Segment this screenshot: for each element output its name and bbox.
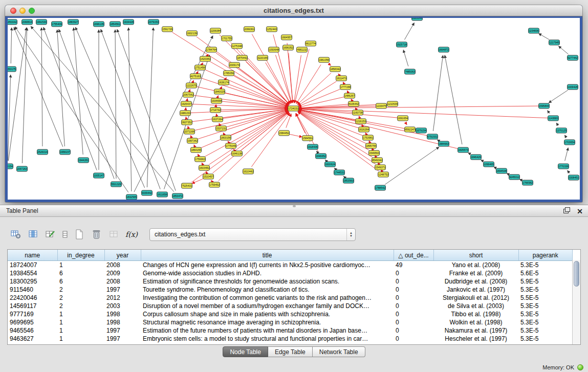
graph-node[interactable]: 8549342 <box>372 158 383 163</box>
graph-node[interactable]: 1986153 <box>180 111 191 116</box>
graph-node[interactable]: 2751456 <box>195 65 206 70</box>
graph-node[interactable]: 2068814 <box>22 19 33 25</box>
graph-node[interactable]: 1370125 <box>556 128 567 133</box>
tab-node-table[interactable]: Node Table <box>223 346 268 357</box>
graph-node[interactable]: 1549371 <box>375 165 386 170</box>
graph-node[interactable]: 3220165 <box>257 55 268 60</box>
graph-node[interactable]: 1766582 <box>522 180 533 185</box>
table-row[interactable]: 977716911998Corpus callosum shape and si… <box>8 310 573 318</box>
graph-node[interactable]: 1701755 <box>222 36 232 41</box>
float-panel-icon[interactable] <box>563 207 571 216</box>
graph-node[interactable]: 1610442 <box>243 169 254 174</box>
tab-edge-table[interactable]: Edge Table <box>268 346 313 357</box>
graph-node[interactable]: 1785056 <box>224 71 234 76</box>
graph-node[interactable]: 9245012 <box>509 174 520 180</box>
graph-node[interactable]: 1840029 <box>214 89 225 94</box>
row-options-button[interactable] <box>60 227 70 242</box>
graph-node[interactable]: 1691654 <box>398 116 408 121</box>
graph-node[interactable]: 1759963 <box>195 157 206 162</box>
import-table-button[interactable] <box>106 227 122 242</box>
graph-node[interactable]: 1154836 <box>529 28 539 33</box>
graph-node[interactable]: 1602139 <box>187 31 198 36</box>
graph-node[interactable]: 1222675 <box>186 83 197 88</box>
network-canvas[interactable]: 1724031185304220688141991530175540918839… <box>8 18 580 200</box>
graph-node[interactable]: 1248752 <box>378 172 389 177</box>
graph-node[interactable]: 3308451 <box>569 175 579 180</box>
graph-node[interactable]: 1664957 <box>281 35 292 40</box>
graph-node[interactable]: 1714732 <box>210 107 221 113</box>
graph-node[interactable]: 1854561 <box>110 21 121 27</box>
graph-node[interactable]: 1099465 <box>484 162 494 167</box>
graph-node[interactable]: 1005147 <box>94 173 104 178</box>
graph-node[interactable]: 1510457 <box>203 174 214 179</box>
graph-node[interactable]: 1584452 <box>279 130 290 136</box>
delete-table-button[interactable] <box>89 227 104 242</box>
column-header-year[interactable]: year <box>104 250 141 261</box>
network-file-select[interactable]: citations_edges.txt ▲ ▼ <box>149 228 356 241</box>
graph-node[interactable]: 5501329 <box>111 182 122 187</box>
graph-node[interactable]: 1958237 <box>60 149 71 155</box>
graph-node[interactable]: 1753981 <box>363 135 374 140</box>
network-window-titlebar[interactable]: citations_edges.txt <box>5 5 582 16</box>
graph-node[interactable]: 1664872 <box>439 47 449 52</box>
graph-node[interactable]: 1832565 <box>126 194 137 200</box>
graph-node[interactable]: 1605573 <box>458 147 469 152</box>
graph-node[interactable]: 1584561 <box>302 136 313 141</box>
graph-node[interactable]: 1910154 <box>8 164 13 169</box>
table-row[interactable]: 911546021997Tourette syndrome. Phenomeno… <box>8 286 573 294</box>
graph-node[interactable]: 1777158 <box>340 84 351 90</box>
graph-node[interactable]: 9277442 <box>568 55 578 60</box>
function-builder-button[interactable]: f(x) <box>124 227 139 242</box>
graph-node[interactable]: 1770336 <box>558 164 569 169</box>
column-header-out_de[interactable]: △ out_de... <box>394 250 433 261</box>
create-table-button[interactable] <box>72 227 87 242</box>
graph-node[interactable]: 1143683 <box>548 116 559 121</box>
graph-node[interactable]: 1858342 <box>330 67 341 72</box>
column-header-in_degree[interactable]: in_degree <box>57 250 104 261</box>
tab-network-table[interactable]: Network Table <box>313 346 365 357</box>
graph-node[interactable]: 1420081 <box>200 56 211 61</box>
column-header-pagerank[interactable]: pagerank <box>518 250 573 261</box>
column-header-short[interactable]: short <box>433 250 518 261</box>
graph-node[interactable]: 1788542 <box>375 185 386 190</box>
graph-node[interactable]: 3607352 <box>182 120 192 125</box>
graph-node[interactable]: 1216153 <box>356 119 366 124</box>
table-scrollbar[interactable] <box>572 260 580 344</box>
graph-node[interactable]: 2057263 <box>17 166 28 171</box>
table-row[interactable]: 1456911722003Disruption of a novel membe… <box>8 302 573 310</box>
graph-node[interactable]: 1636174 <box>219 80 229 85</box>
graph-node[interactable]: 1611473 <box>336 76 347 81</box>
graph-node[interactable]: 1646138 <box>232 151 243 156</box>
graph-node[interactable]: 4981132 <box>297 47 308 52</box>
graph-node[interactable]: 1926437 <box>181 101 192 106</box>
graph-node[interactable]: 1883927 <box>68 19 79 25</box>
graph-node[interactable]: 1925718 <box>397 42 407 47</box>
graph-node[interactable]: 2099361 <box>244 27 255 32</box>
splitter-handle[interactable] <box>293 205 296 207</box>
graph-node[interactable]: 1775049 <box>226 143 236 148</box>
table-row[interactable]: 946554611997Estimation of the future num… <box>8 326 573 335</box>
graph-node[interactable]: 1846429 <box>471 155 482 160</box>
graph-node[interactable]: 1637264 <box>212 117 223 122</box>
graph-node[interactable]: 1991530 <box>36 19 47 25</box>
graph-node[interactable]: 1611658 <box>157 192 168 197</box>
graph-node[interactable]: 1275348 <box>232 43 243 49</box>
table-row[interactable]: 1938455462009Genome-wide association stu… <box>8 269 573 277</box>
graph-node[interactable]: 1918436 <box>308 144 318 149</box>
graph-node[interactable]: 2526014 <box>37 149 48 155</box>
close-panel-icon[interactable]: ✕ <box>577 208 583 215</box>
graph-node[interactable]: 1853042 <box>8 19 17 25</box>
graph-node[interactable]: 1694538 <box>496 168 507 173</box>
graph-node[interactable]: 1486267 <box>344 93 355 98</box>
graph-node[interactable]: 2079153 <box>148 19 159 25</box>
graph-node[interactable]: 1961056 <box>319 57 330 62</box>
graph-node[interactable]: 8106442 <box>349 101 359 106</box>
graph-node[interactable]: 1846652 <box>316 154 326 159</box>
table-row[interactable]: 1872400712008Changes of HCN gene express… <box>8 261 573 270</box>
table-row[interactable]: 946362711997Embryonic stem cells: a mode… <box>8 335 573 343</box>
column-header-title[interactable]: title <box>141 250 394 261</box>
graph-node[interactable]: 9339442 <box>142 190 153 195</box>
graph-node[interactable]: 1864155 <box>191 147 202 152</box>
select-stepper-icon[interactable]: ▲ ▼ <box>346 229 355 240</box>
graph-node[interactable]: 1853472 <box>172 193 183 199</box>
